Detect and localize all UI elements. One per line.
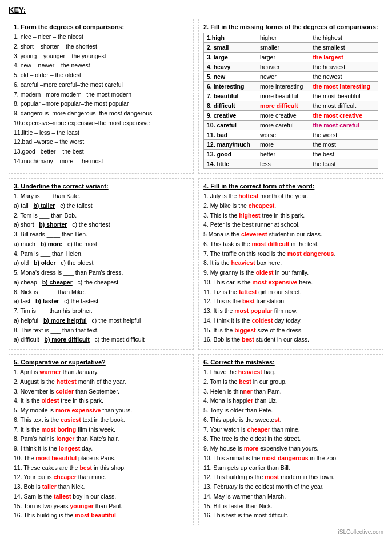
section-2-title: 2. Fill in the missing forms of the degr… bbox=[203, 23, 378, 30]
table-row: 6. interestingmore interestingthe most i… bbox=[204, 82, 378, 91]
table-row: 12. many/muchmorethe most bbox=[204, 140, 378, 150]
table-row: 11. badworsethe worst bbox=[204, 130, 378, 140]
comparisons-table: 1.highhigherthe highest 2. smallsmallert… bbox=[203, 33, 378, 169]
table-row: 7. beautifulmore beautifulthe most beaut… bbox=[204, 91, 378, 101]
section-3-content: 1. Mary is ___ than Kate. a) tall b) tal… bbox=[14, 192, 189, 344]
section-3-title: 3. Underline the correct variant: bbox=[14, 183, 189, 190]
table-row: 14. littlelessthe least bbox=[204, 159, 378, 169]
key-title: KEY: bbox=[9, 6, 383, 14]
section-5-content: 1. April is warmer than January. 2. Augu… bbox=[14, 368, 189, 520]
section-5: 5. Comparative or superlative? 1. April … bbox=[9, 354, 194, 525]
table-row: 8. difficultmore difficultthe most diffi… bbox=[204, 101, 378, 111]
section-6-title: 6. Correct the mistakes: bbox=[203, 359, 378, 366]
watermark: iSLCollective.com bbox=[9, 529, 383, 535]
section-6: 6. Correct the mistakes: 1. I have the h… bbox=[198, 354, 383, 525]
table-row: 10. carefulmore carefulthe most careful bbox=[204, 121, 378, 130]
section-4-title: 4. Fill in the correct form of the word: bbox=[203, 183, 378, 190]
section-4-content: 1. July is the hottest month of the year… bbox=[203, 192, 378, 344]
table-row: 3. largelargerthe largest bbox=[204, 53, 378, 62]
section-1-title: 1. Form the degrees of comparisons: bbox=[14, 23, 189, 30]
section-6-content: 1. I have the heaviest bag. 2. Tom is th… bbox=[203, 368, 378, 520]
section-3: 3. Underline the correct variant: 1. Mar… bbox=[9, 178, 194, 350]
section-5-title: 5. Comparative or superlative? bbox=[14, 359, 189, 366]
table-row: 4. heavyheavierthe heaviest bbox=[204, 62, 378, 72]
table-row: 1.highhigherthe highest bbox=[204, 33, 378, 43]
section-2: 2. Fill in the missing forms of the degr… bbox=[198, 19, 383, 174]
table-row: 5. newnewerthe newest bbox=[204, 72, 378, 82]
table-row: 13. goodbetterthe best bbox=[204, 150, 378, 159]
table-row: 9. creativemore creativethe most creativ… bbox=[204, 111, 378, 121]
table-row: 2. smallsmallerthe smallest bbox=[204, 43, 378, 53]
section-1-content: 1. nice – nicer – the nicest 2. short – … bbox=[14, 33, 189, 166]
section-1: 1. Form the degrees of comparisons: 1. n… bbox=[9, 19, 194, 174]
section-4: 4. Fill in the correct form of the word:… bbox=[198, 178, 383, 350]
